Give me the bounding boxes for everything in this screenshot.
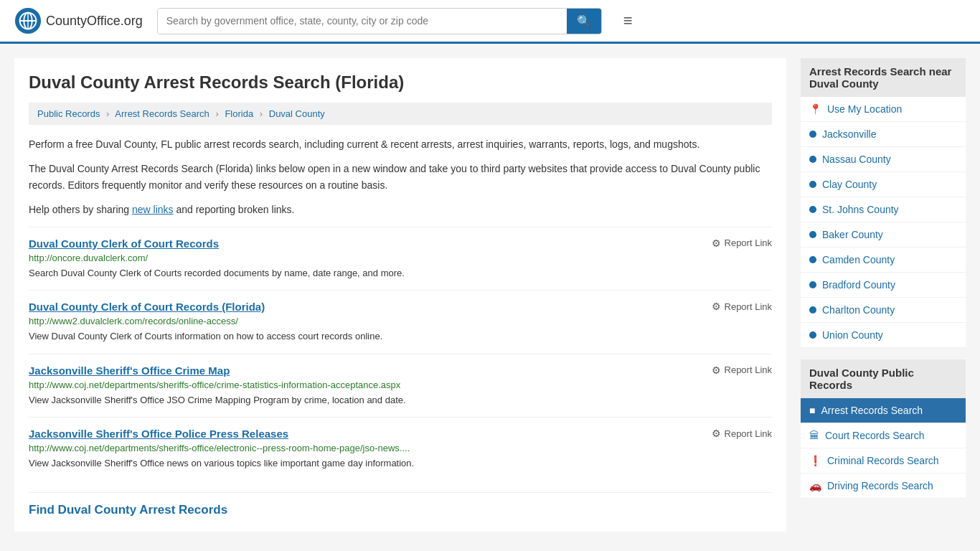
report-link[interactable]: ⚙ Report Link — [712, 428, 772, 439]
sidebar-link-union[interactable]: Union County — [801, 323, 966, 347]
location-icon: 📍 — [809, 103, 821, 115]
list-item[interactable]: Bradford County — [801, 273, 966, 298]
record-desc: View Duval County Clerk of Courts inform… — [29, 329, 772, 344]
list-item[interactable]: Nassau County — [801, 147, 966, 172]
record-item-header: Jacksonville Sheriff's Office Police Pre… — [29, 428, 772, 440]
use-location-link[interactable]: 📍 Use My Location — [801, 97, 966, 121]
list-item[interactable]: ■ Arrest Records Search — [801, 398, 966, 423]
breadcrumb-sep-2: › — [215, 108, 218, 119]
driving-records-icon: 🚗 — [809, 480, 821, 491]
record-item: Jacksonville Sheriff's Office Police Pre… — [29, 417, 772, 481]
record-item: Duval County Clerk of Court Records (Flo… — [29, 290, 772, 354]
description-para3: Help others by sharing new links and rep… — [29, 202, 772, 217]
list-item[interactable]: St. Johns County — [801, 197, 966, 222]
list-item[interactable]: Charlton County — [801, 298, 966, 323]
sidebar-link-bradford[interactable]: Bradford County — [801, 273, 966, 297]
sidebar-link-camden[interactable]: Camden County — [801, 248, 966, 272]
record-desc: View Jacksonville Sheriff's Office JSO C… — [29, 393, 772, 408]
report-icon: ⚙ — [712, 428, 721, 439]
record-url[interactable]: http://www.coj.net/departments/sheriffs-… — [29, 380, 772, 390]
report-link[interactable]: ⚙ Report Link — [712, 364, 772, 376]
dot-icon — [809, 206, 816, 213]
sidebar-link-charlton[interactable]: Charlton County — [801, 298, 966, 322]
main-content: Duval County Arrest Records Search (Flor… — [14, 58, 786, 532]
sidebar-public-records-section: Duval County Public Records ■ Arrest Rec… — [801, 359, 966, 499]
sidebar-use-location[interactable]: 📍 Use My Location — [801, 97, 966, 122]
page-title: Duval County Arrest Records Search (Flor… — [29, 72, 772, 93]
breadcrumb-link-arrest-records[interactable]: Arrest Records Search — [115, 108, 209, 119]
record-title[interactable]: Duval County Clerk of Court Records (Flo… — [29, 301, 265, 313]
dot-icon — [809, 306, 816, 314]
record-url[interactable]: http://www.coj.net/departments/sheriffs-… — [29, 443, 772, 453]
sidebar-nearby-links: 📍 Use My Location Jacksonville Nassau Co… — [801, 97, 966, 348]
dot-icon — [809, 181, 816, 188]
record-item: Duval County Clerk of Court Records ⚙ Re… — [29, 227, 772, 291]
criminal-records-icon: ❗ — [809, 455, 821, 466]
breadcrumb-link-duval-county[interactable]: Duval County — [269, 108, 325, 119]
record-title[interactable]: Duval County Clerk of Court Records — [29, 237, 219, 250]
find-section-heading: Find Duval County Arrest Records — [29, 492, 772, 517]
logo-icon — [14, 7, 42, 34]
new-links-link[interactable]: new links — [132, 204, 174, 215]
pub-rec-driving-records[interactable]: 🚗 Driving Records Search — [801, 474, 966, 498]
sidebar-link-jacksonville[interactable]: Jacksonville — [801, 122, 966, 146]
list-item[interactable]: Clay County — [801, 172, 966, 197]
pub-rec-court-records[interactable]: 🏛 Court Records Search — [801, 423, 966, 448]
search-input[interactable] — [158, 9, 567, 34]
record-title[interactable]: Jacksonville Sheriff's Office Crime Map — [29, 364, 230, 377]
record-item-header: Duval County Clerk of Court Records (Flo… — [29, 301, 772, 313]
sidebar-link-clay[interactable]: Clay County — [801, 172, 966, 197]
search-button[interactable]: 🔍 — [567, 9, 601, 34]
sidebar-public-records-links: ■ Arrest Records Search 🏛 Court Records … — [801, 398, 966, 499]
breadcrumb-link-public-records[interactable]: Public Records — [37, 108, 100, 119]
sidebar-nearby-title: Arrest Records Search near Duval County — [801, 58, 966, 97]
breadcrumb-link-florida[interactable]: Florida — [225, 108, 253, 119]
description-para2: The Duval County Arrest Records Search (… — [29, 161, 772, 193]
list-item[interactable]: Union County — [801, 323, 966, 348]
breadcrumb-sep-3: › — [260, 108, 263, 119]
sidebar-link-stjohns[interactable]: St. Johns County — [801, 197, 966, 222]
sidebar-link-baker[interactable]: Baker County — [801, 222, 966, 247]
layout: Duval County Arrest Records Search (Flor… — [0, 44, 980, 546]
search-bar: 🔍 — [157, 8, 602, 34]
report-link[interactable]: ⚙ Report Link — [712, 237, 772, 249]
record-url[interactable]: http://oncore.duvalclerk.com/ — [29, 253, 772, 263]
record-item-header: Jacksonville Sheriff's Office Crime Map … — [29, 364, 772, 377]
sidebar-nearby-section: Arrest Records Search near Duval County … — [801, 58, 966, 348]
list-item[interactable]: Jacksonville — [801, 122, 966, 147]
breadcrumb: Public Records › Arrest Records Search ›… — [29, 103, 772, 125]
pub-rec-arrest-records[interactable]: ■ Arrest Records Search — [801, 398, 966, 423]
breadcrumb-sep-1: › — [106, 108, 109, 119]
report-link[interactable]: ⚙ Report Link — [712, 301, 772, 312]
list-item[interactable]: Camden County — [801, 248, 966, 273]
record-desc: Search Duval County Clerk of Courts reco… — [29, 266, 772, 281]
menu-icon[interactable]: ≡ — [623, 11, 633, 30]
sidebar-link-nassau[interactable]: Nassau County — [801, 147, 966, 171]
report-icon: ⚙ — [712, 301, 721, 312]
dot-icon — [809, 331, 816, 339]
dot-icon — [809, 256, 816, 263]
record-desc: View Jacksonville Sheriff's Office news … — [29, 456, 772, 471]
list-item[interactable]: 🏛 Court Records Search — [801, 423, 966, 448]
search-icon: 🔍 — [577, 15, 591, 27]
records-list: Duval County Clerk of Court Records ⚙ Re… — [29, 227, 772, 481]
dot-icon — [809, 281, 816, 288]
record-item-header: Duval County Clerk of Court Records ⚙ Re… — [29, 237, 772, 250]
dot-icon — [809, 231, 816, 238]
pub-rec-criminal-records[interactable]: ❗ Criminal Records Search — [801, 448, 966, 473]
arrest-records-icon: ■ — [809, 405, 815, 416]
list-item[interactable]: Baker County — [801, 222, 966, 248]
record-title[interactable]: Jacksonville Sheriff's Office Police Pre… — [29, 428, 288, 440]
list-item[interactable]: 🚗 Driving Records Search — [801, 474, 966, 499]
report-icon: ⚙ — [712, 364, 721, 376]
description-para1: Perform a free Duval County, FL public a… — [29, 136, 772, 152]
dot-icon — [809, 131, 816, 138]
dot-icon — [809, 156, 816, 163]
court-records-icon: 🏛 — [809, 430, 819, 441]
header: CountyOffice.org 🔍 ≡ — [0, 0, 980, 44]
report-icon: ⚙ — [712, 237, 721, 249]
logo-link[interactable]: CountyOffice.org — [14, 7, 143, 34]
sidebar: Arrest Records Search near Duval County … — [801, 58, 966, 532]
list-item[interactable]: ❗ Criminal Records Search — [801, 448, 966, 474]
record-url[interactable]: http://www2.duvalclerk.com/records/onlin… — [29, 316, 772, 326]
